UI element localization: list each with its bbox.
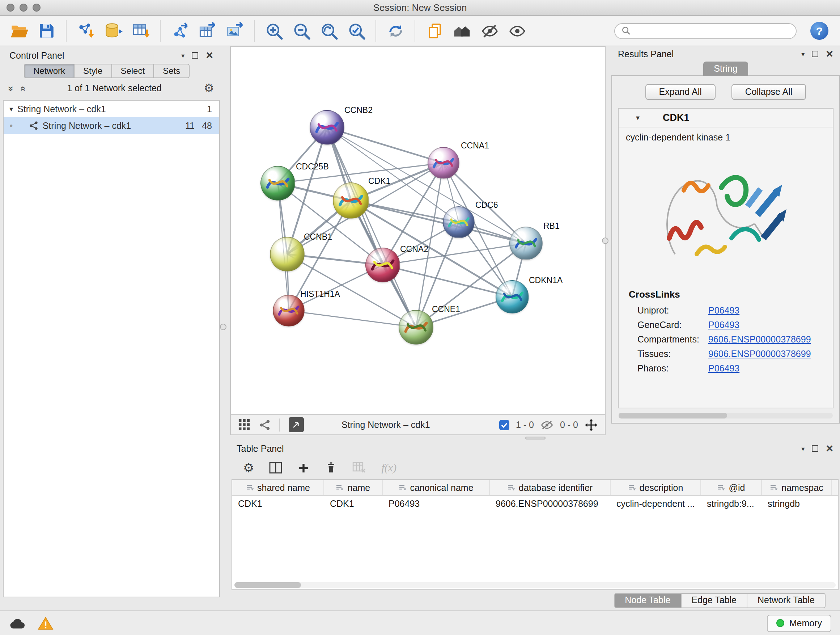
column-header-name[interactable]: name: [324, 480, 383, 495]
network-node-cdc25b[interactable]: [261, 166, 295, 201]
show-columns-icon[interactable]: [270, 462, 283, 473]
network-node-ccna1[interactable]: [428, 147, 459, 179]
table-panel-menu-icon[interactable]: ▾: [801, 445, 805, 452]
crosslink-value[interactable]: P06493: [708, 320, 739, 330]
table-row[interactable]: CDK1CDK1P064939606.ENSP00000378699cyclin…: [232, 496, 838, 512]
table-scrollbar-thumb[interactable]: [234, 582, 301, 588]
control-panel-float-icon[interactable]: [192, 52, 198, 59]
duplicate-documents-button[interactable]: [423, 19, 447, 43]
network-options-gear-icon[interactable]: ⚙: [204, 82, 214, 94]
results-panel-float-icon[interactable]: [812, 51, 818, 57]
minimize-window-button[interactable]: [19, 4, 27, 11]
tab-edge-table[interactable]: Edge Table: [681, 593, 747, 608]
network-edge[interactable]: [327, 127, 416, 327]
cloud-button[interactable]: [9, 616, 26, 630]
network-node-ccnb2[interactable]: [309, 110, 344, 145]
expand-all-networks-icon[interactable]: »: [18, 86, 27, 91]
tab-node-table[interactable]: Node Table: [614, 593, 681, 608]
help-button[interactable]: ?: [810, 22, 829, 40]
tab-network-table[interactable]: Network Table: [747, 593, 826, 608]
tab-network[interactable]: Network: [24, 64, 74, 78]
save-session-button[interactable]: [35, 19, 58, 43]
search-box[interactable]: [614, 23, 797, 39]
network-collection-row[interactable]: ▾ String Network – cdk1 1: [4, 101, 219, 117]
birdseye-toggle-button[interactable]: [289, 417, 304, 432]
pan-move-icon[interactable]: [584, 418, 598, 431]
hide-graphics-details-button[interactable]: [477, 19, 501, 43]
collapse-all-button[interactable]: Collapse All: [731, 84, 806, 100]
delete-column-icon[interactable]: [325, 461, 338, 474]
close-window-button[interactable]: [6, 4, 14, 11]
search-input[interactable]: [635, 26, 789, 36]
export-image-button[interactable]: [223, 19, 247, 43]
open-session-button[interactable]: [7, 19, 31, 43]
zoom-in-button[interactable]: [262, 19, 286, 43]
network-node-cdk1[interactable]: [333, 182, 369, 219]
crosslink-value[interactable]: P06493: [708, 363, 739, 374]
results-panel-close-icon[interactable]: ✕: [826, 49, 834, 59]
tab-string[interactable]: String: [703, 62, 748, 76]
network-edge[interactable]: [289, 310, 416, 327]
right-splitter-handle[interactable]: [602, 238, 608, 244]
apply-layout-button[interactable]: [384, 19, 407, 43]
import-network-from-file-button[interactable]: [74, 19, 98, 43]
control-panel-menu-icon[interactable]: ▾: [181, 52, 185, 59]
gene-collapse-caret[interactable]: ▾: [636, 114, 639, 121]
network-canvas[interactable]: CCNB2CCNA1CDC25BCDK1CDC6RB1CCNB1CCNA2CDK…: [231, 47, 605, 414]
splitter-grip[interactable]: [525, 437, 545, 440]
results-horizontal-scrollbar[interactable]: [619, 413, 833, 418]
memory-button[interactable]: Memory: [767, 614, 831, 632]
network-edge[interactable]: [327, 127, 444, 163]
show-graphics-details-button[interactable]: [505, 19, 529, 43]
hidden-items-eye-icon[interactable]: [540, 420, 554, 430]
results-scrollbar-thumb[interactable]: [619, 413, 727, 418]
column-header-namespac[interactable]: namespac: [762, 480, 832, 495]
network-node-ccne1[interactable]: [399, 310, 433, 345]
crosslink-value[interactable]: 9606.ENSP00000378699: [708, 349, 811, 359]
expand-all-button[interactable]: Expand All: [645, 84, 715, 100]
network-node-cdc6[interactable]: [443, 206, 475, 238]
tab-style[interactable]: Style: [74, 64, 112, 78]
left-splitter-handle[interactable]: [220, 324, 226, 330]
share-view-icon[interactable]: [259, 419, 271, 431]
warnings-button[interactable]: [38, 616, 54, 630]
zoom-selected-button[interactable]: [344, 19, 368, 43]
results-panel-menu-icon[interactable]: ▾: [801, 50, 805, 57]
column-header-canonical-name[interactable]: canonical name: [383, 480, 490, 495]
table-horizontal-scrollbar[interactable]: [234, 582, 836, 588]
import-table-from-file-button[interactable]: [129, 19, 153, 43]
column-header-database-identifier[interactable]: database identifier: [490, 480, 611, 495]
import-network-from-database-button[interactable]: [101, 19, 125, 43]
table-settings-gear-icon[interactable]: ⚙: [243, 462, 254, 474]
column-header-description[interactable]: description: [611, 480, 701, 495]
crosslink-value[interactable]: 9606.ENSP00000378699: [708, 334, 811, 345]
table-panel-float-icon[interactable]: [812, 445, 818, 452]
tab-select[interactable]: Select: [111, 64, 154, 78]
column-header-shared-name[interactable]: shared name: [232, 480, 324, 495]
fit-content-button[interactable]: [317, 19, 341, 43]
control-panel-close-icon[interactable]: ✕: [205, 51, 213, 60]
zoom-window-button[interactable]: [33, 4, 41, 11]
table-panel-close-icon[interactable]: ✕: [826, 444, 834, 453]
grid-view-icon[interactable]: [238, 418, 250, 431]
home-button[interactable]: [450, 19, 474, 43]
selected-checkbox-icon[interactable]: [499, 420, 509, 430]
add-column-icon[interactable]: [298, 462, 310, 474]
collapse-all-networks-icon[interactable]: »: [6, 86, 16, 91]
gene-card-header[interactable]: ▾ CDK1: [619, 109, 833, 127]
collection-expand-caret[interactable]: ▾: [9, 105, 13, 112]
network-edge[interactable]: [351, 201, 526, 243]
horizontal-splitter[interactable]: [230, 435, 840, 441]
network-node-cdkn1a[interactable]: [496, 280, 529, 314]
network-row[interactable]: ● String Network – cdk1 11 48: [4, 117, 219, 134]
tab-sets[interactable]: Sets: [153, 64, 189, 78]
network-node-ccnb1[interactable]: [270, 237, 305, 272]
crosslink-value[interactable]: P06493: [708, 306, 739, 316]
zoom-out-button[interactable]: [289, 19, 313, 43]
network-node-rb1[interactable]: [509, 226, 543, 260]
export-table-button[interactable]: [195, 19, 219, 43]
column-header--id[interactable]: @id: [701, 480, 762, 495]
network-node-hist1h1a[interactable]: [273, 295, 305, 326]
network-node-ccna2[interactable]: [365, 248, 400, 282]
export-network-button[interactable]: [168, 19, 192, 43]
